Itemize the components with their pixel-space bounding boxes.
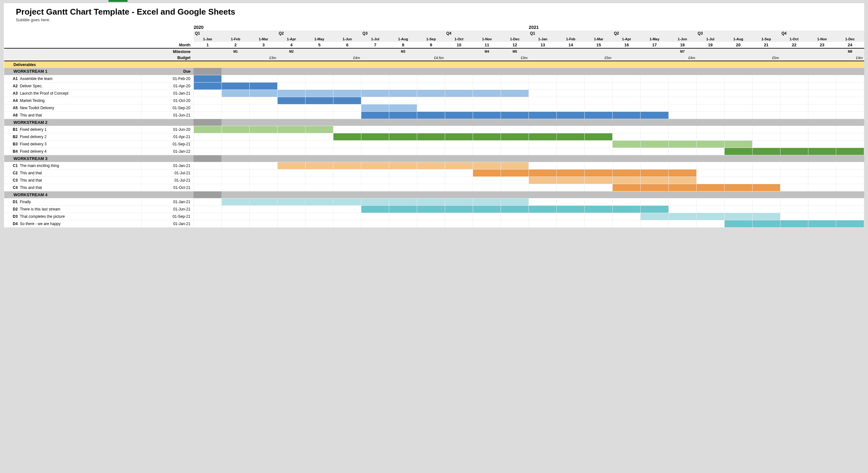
gantt-cell — [669, 220, 696, 227]
gantt-bar-segment — [752, 213, 780, 220]
workstream-cell — [529, 119, 557, 126]
gantt-cell — [473, 184, 501, 191]
month-label: 1-Apr — [278, 36, 306, 42]
gantt-cell — [557, 213, 585, 220]
workstream-cell — [306, 191, 334, 198]
month-label: 1-Oct — [780, 36, 808, 42]
gantt-cell — [724, 97, 752, 104]
workstream-cell — [724, 68, 752, 75]
gantt-cell — [193, 133, 221, 140]
gantt-cell — [808, 184, 836, 191]
workstream-cell — [529, 191, 557, 198]
gantt-cell — [808, 104, 836, 112]
gantt-bar-segment — [473, 112, 501, 119]
gantt-cell — [696, 198, 724, 205]
task-name: Assemble the team — [19, 75, 141, 82]
task-name: That completes the picture — [19, 213, 141, 220]
gantt-cell — [836, 169, 864, 177]
gantt-bar-segment — [221, 90, 249, 97]
gantt-bar-segment — [306, 90, 334, 97]
workstream-header: WORKSTREAM 4 — [4, 191, 142, 198]
gantt-cell — [724, 82, 752, 90]
gantt-bar-segment — [585, 205, 613, 213]
gantt-cell — [641, 75, 669, 82]
gantt-cell — [306, 177, 334, 184]
gantt-cell — [808, 75, 836, 82]
gantt-cell — [221, 112, 249, 119]
gantt-bar-segment — [613, 184, 641, 191]
gantt-bar-segment — [752, 220, 780, 227]
gantt-cell — [752, 198, 780, 205]
month-number: 23 — [808, 42, 836, 48]
gantt-cell — [752, 97, 780, 104]
gantt-cell — [221, 169, 249, 177]
month-number: 19 — [696, 42, 724, 48]
gantt-cell — [724, 112, 752, 119]
budget-cell: £3m — [249, 55, 277, 61]
task-id: D4 — [4, 220, 19, 227]
workstream-cell — [808, 191, 836, 198]
gantt-cell — [724, 169, 752, 177]
gantt-cell — [249, 205, 277, 213]
gantt-cell — [361, 213, 389, 220]
gantt-cell — [361, 97, 389, 104]
gantt-cell — [836, 126, 864, 133]
gantt-bar-segment — [641, 169, 669, 177]
gantt-cell — [724, 126, 752, 133]
gantt-cell — [641, 82, 669, 90]
gantt-cell — [249, 148, 277, 155]
task-id: B3 — [4, 140, 19, 148]
gantt-bar-segment — [613, 140, 641, 148]
gantt-cell — [529, 97, 557, 104]
task-id: C3 — [4, 177, 19, 184]
gantt-cell — [752, 104, 780, 112]
workstream-cell — [389, 119, 417, 126]
task-due: 01-Jun-21 — [141, 205, 193, 213]
gantt-cell — [445, 184, 473, 191]
gantt-cell — [836, 177, 864, 184]
gantt-cell — [334, 169, 361, 177]
gantt-bar-segment — [752, 148, 780, 155]
gantt-bar-segment — [334, 162, 361, 169]
gantt-cell — [334, 148, 361, 155]
milestone-cell — [557, 48, 585, 55]
gantt-cell — [808, 82, 836, 90]
workstream-cell — [724, 155, 752, 162]
gantt-cell — [389, 140, 417, 148]
gantt-bar-segment — [417, 205, 445, 213]
month-number: 22 — [780, 42, 808, 48]
workstream-cell — [669, 191, 696, 198]
gantt-bar-segment — [306, 126, 334, 133]
month-number: 18 — [669, 42, 696, 48]
workstream-cell — [221, 155, 249, 162]
budget-cell — [641, 55, 669, 61]
workstream-cell — [613, 191, 641, 198]
task-due: 01-Jun-21 — [141, 112, 193, 119]
workstream-cell — [473, 191, 501, 198]
gantt-cell — [613, 162, 641, 169]
deliverables-header: Deliverables — [4, 61, 864, 68]
workstream-cell — [501, 119, 529, 126]
month-label: 1-Aug — [389, 36, 417, 42]
gantt-cell — [752, 177, 780, 184]
workstream-cell — [278, 155, 306, 162]
gantt-cell — [193, 184, 221, 191]
gantt-bar-segment — [445, 205, 473, 213]
gantt-bar-segment — [249, 126, 277, 133]
workstream-cell — [585, 191, 613, 198]
gantt-cell — [696, 169, 724, 177]
budget-cell — [221, 55, 249, 61]
task-name: This and that — [19, 112, 141, 119]
gantt-cell — [724, 133, 752, 140]
task-id: B4 — [4, 148, 19, 155]
milestone-cell — [334, 48, 361, 55]
due-header: Due — [141, 68, 193, 75]
gantt-cell — [221, 205, 249, 213]
gantt-cell — [417, 97, 445, 104]
gantt-cell — [669, 198, 696, 205]
gantt-cell — [808, 90, 836, 97]
gantt-cell — [473, 177, 501, 184]
workstream-cell — [473, 155, 501, 162]
gantt-cell — [585, 220, 613, 227]
workstream-cell — [473, 119, 501, 126]
